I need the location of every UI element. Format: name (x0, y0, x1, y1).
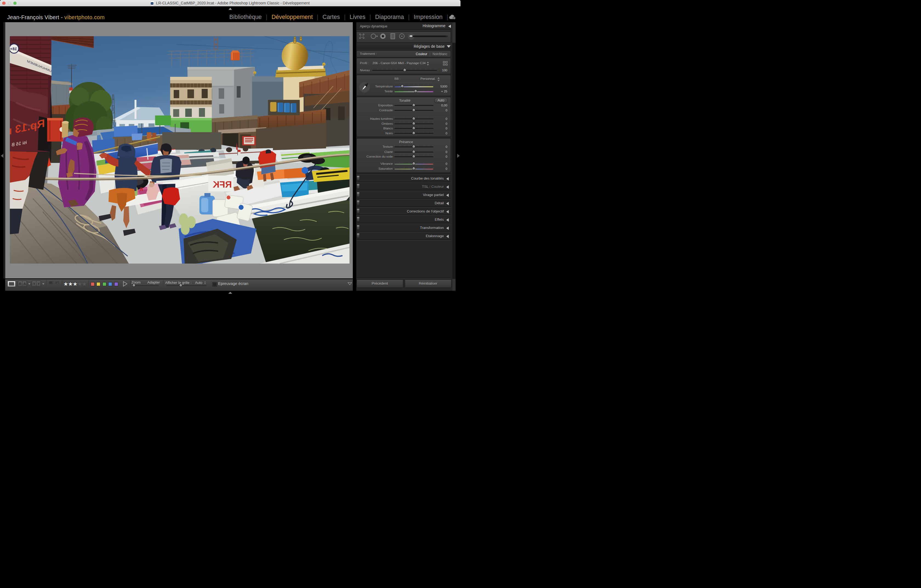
svg-text:RFK: RFK (212, 179, 232, 189)
svg-text:!: ! (454, 17, 455, 20)
svg-text:18+: 18+ (10, 46, 17, 51)
svg-text:R: R (140, 187, 143, 192)
